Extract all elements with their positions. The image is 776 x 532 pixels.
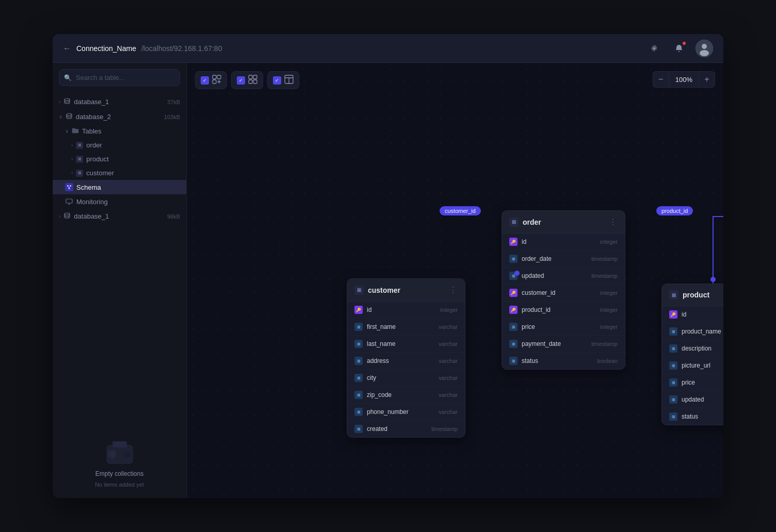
toolbar-button-1[interactable]: ✓	[195, 71, 227, 89]
sidebar-item-database1-bottom[interactable]: › database_1 98kB	[53, 209, 186, 224]
sidebar-item-schema[interactable]: Schema	[53, 180, 186, 194]
sidebar-item-database1-top[interactable]: › database_1 37kB	[53, 94, 186, 109]
table-row-order-id[interactable]: 🔑 id integer	[502, 234, 625, 251]
table-card-customer[interactable]: ⊞ customer ⋮ 🔑 id integer ⊞ first_name v…	[347, 278, 465, 438]
check-icon-3: ✓	[273, 76, 281, 85]
field-name-product-price: price	[682, 379, 723, 386]
connector-dot-customer	[514, 271, 520, 276]
toolbar-icon-2	[248, 75, 257, 86]
table-row-zip-code[interactable]: ⊞ zip_code varchar	[347, 387, 465, 404]
table-row-last-name[interactable]: ⊞ last_name varchar	[347, 336, 465, 353]
svg-rect-6	[70, 185, 71, 187]
product-id-connector-label: product_id	[656, 206, 693, 215]
field-name-last-name: last_name	[367, 340, 434, 347]
pk-icon-product: 🔑	[669, 310, 677, 319]
notification-dot	[682, 41, 686, 45]
svg-rect-10	[66, 199, 72, 203]
database-icon-2	[66, 112, 73, 121]
field-icon-zip-code: ⊞	[354, 391, 363, 399]
folder-icon	[72, 127, 79, 135]
table-row-status[interactable]: ⊞ status boolean	[502, 353, 625, 369]
search-box: 🔍	[59, 69, 180, 86]
field-type-status: boolean	[597, 358, 618, 364]
field-name-address: address	[367, 357, 434, 364]
product-label: product	[86, 155, 180, 163]
canvas-toolbar: ✓ ✓ ✓	[195, 71, 299, 89]
field-icon-product-name: ⊞	[669, 327, 677, 336]
table-row-picture-url[interactable]: ⊞ picture_url varchar(8…	[662, 357, 723, 374]
table-row-updated[interactable]: ⊞ updated timestamp	[502, 268, 625, 285]
table-row-phone-number[interactable]: ⊞ phone_number varchar	[347, 404, 465, 421]
zoom-value: 100%	[669, 71, 699, 88]
field-icon-picture-url: ⊞	[669, 361, 677, 370]
table-row-first-name[interactable]: ⊞ first_name varchar	[347, 319, 465, 336]
table-row-customer-id[interactable]: 🔑 customer_id integer	[502, 285, 625, 302]
svg-rect-13	[112, 441, 127, 447]
field-type-order-customer-id: integer	[600, 290, 618, 296]
search-input[interactable]	[59, 69, 180, 86]
table-row-product-name[interactable]: ⊞ product_name varch…	[662, 323, 723, 340]
sidebar-tree: › database_1 37kB ∨ database_2 103kB	[53, 92, 186, 425]
pk-icon-order: 🔑	[509, 238, 518, 246]
field-type-city: varchar	[439, 375, 458, 381]
monitoring-icon	[65, 197, 73, 206]
canvas-area[interactable]: ✓ ✓ ✓	[187, 63, 723, 498]
sidebar-item-product[interactable]: › ⊞ product	[53, 152, 186, 166]
sidebar-item-database2[interactable]: ∨ database_2 103kB	[53, 109, 186, 124]
field-name-product-updated: updated	[682, 396, 723, 403]
back-button[interactable]: ←	[63, 44, 71, 53]
svg-point-2	[700, 50, 709, 56]
notification-icon[interactable]	[671, 40, 687, 57]
table-row-customer-id[interactable]: 🔑 id integer	[347, 302, 465, 319]
toolbar-button-2[interactable]: ✓	[231, 71, 263, 89]
field-type-created: timestamp	[431, 426, 458, 432]
table-header-product: ⊞ product	[662, 284, 723, 306]
order-table-menu[interactable]: ⋮	[609, 217, 618, 227]
chevron-right-icon: ›	[59, 99, 60, 105]
table-row-order-date[interactable]: ⊞ order_date timestamp	[502, 251, 625, 268]
svg-rect-16	[108, 451, 116, 456]
customer-table-menu[interactable]: ⋮	[449, 285, 458, 295]
field-name-phone-number: phone_number	[367, 408, 434, 415]
check-icon-2: ✓	[237, 76, 245, 85]
field-name-city: city	[367, 374, 434, 381]
sidebar-item-tables-folder[interactable]: ∨ Tables	[53, 124, 186, 138]
table-row-product-id[interactable]: 🔑 id integ…	[662, 306, 723, 323]
field-name-customer-id: id	[367, 306, 436, 313]
table-card-order[interactable]: ⊞ order ⋮ 🔑 id integer ⊞ order_date time…	[502, 210, 625, 370]
table-row-created[interactable]: ⊞ created timestamp	[347, 421, 465, 437]
table-row-product-status[interactable]: ⊞ status boole…	[662, 408, 723, 425]
table-header-icon-order: ⊞	[509, 218, 519, 227]
toolbar-button-3[interactable]: ✓	[267, 71, 299, 89]
table-row-address[interactable]: ⊞ address varchar	[347, 353, 465, 370]
settings-icon[interactable]	[646, 40, 662, 57]
table-row-description[interactable]: ⊞ description varch…	[662, 340, 723, 357]
table-row-payment-date[interactable]: ⊞ payment_date timestamp	[502, 336, 625, 353]
table-row-product-id[interactable]: 🔑 product_id integer	[502, 302, 625, 319]
zoom-in-button[interactable]: +	[699, 71, 715, 88]
zoom-out-button[interactable]: −	[653, 71, 669, 88]
table-card-product[interactable]: ⊞ product 🔑 id integ… ⊞ product_name var…	[661, 284, 723, 425]
table-row-product-price[interactable]: ⊞ price integ…	[662, 374, 723, 391]
app-window: ← Connection_Name /localhost/92.168.1.67…	[53, 34, 723, 498]
field-name-product-status: status	[682, 413, 723, 420]
field-type-zip-code: varchar	[439, 392, 458, 398]
field-type-customer-id: integer	[440, 307, 458, 313]
sidebar-bottom: Empty collections No items added yet	[53, 425, 186, 498]
table-icon-customer: ⊞	[76, 170, 83, 177]
field-name-description: description	[682, 345, 723, 352]
database-2-size: 103kB	[164, 114, 180, 120]
table-row-city[interactable]: ⊞ city varchar	[347, 370, 465, 387]
table-row-product-updated[interactable]: ⊞ updated timestan…	[662, 391, 723, 408]
field-icon-address: ⊞	[354, 357, 363, 365]
fk-icon-customer-id: 🔑	[509, 289, 518, 297]
sidebar-item-customer[interactable]: › ⊞ customer	[53, 166, 186, 180]
table-row-price[interactable]: ⊞ price integer	[502, 319, 625, 336]
main-layout: 🔍 › database_1 37kB ∨	[53, 63, 723, 498]
empty-collections-title: Empty collections	[95, 470, 143, 477]
user-avatar[interactable]	[696, 40, 713, 57]
sidebar-item-order[interactable]: › ⊞ order	[53, 138, 186, 152]
field-name-first-name: first_name	[367, 323, 434, 330]
chevron-down-icon: ∨	[59, 114, 62, 120]
sidebar-item-monitoring[interactable]: Monitoring	[53, 194, 186, 209]
